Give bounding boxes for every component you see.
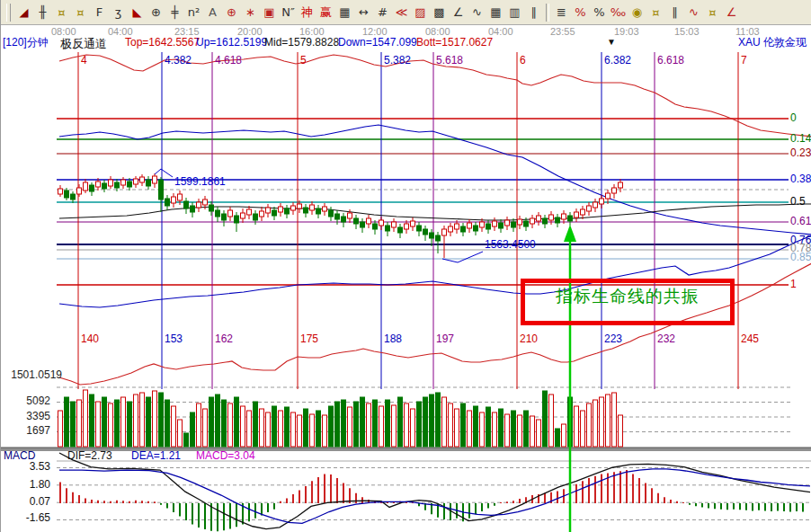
fib-section-label: 7 <box>741 55 747 66</box>
fib-section-label: 4 <box>81 55 87 66</box>
fib-section-label: 5 <box>300 55 307 66</box>
price-callout: 1563.4500 <box>485 239 536 251</box>
channel-mid-value: Mid=1579.8828 <box>264 37 339 49</box>
bar-count-label: 197 <box>436 333 454 345</box>
fib-section-label: 4.618 <box>215 55 242 66</box>
bar-count-label: 232 <box>657 333 675 345</box>
fib-section-label: 5.382 <box>384 55 411 66</box>
channel-bott-value: Bott=1517.0627 <box>416 37 493 49</box>
bar-count-label: 175 <box>300 333 318 345</box>
macd-scale-label: 1.80 <box>3 479 50 491</box>
bar-count-label: 140 <box>81 333 99 345</box>
fib-level-label: 1 <box>790 279 797 290</box>
volume-scale-label: 5092 <box>3 395 50 407</box>
time-label: 15:03 <box>674 26 700 37</box>
macd-scale-label: 0.07 <box>3 496 50 508</box>
time-label: 08:00 <box>51 26 76 37</box>
fib-section-label: 5.618 <box>436 55 463 66</box>
symbol-name-label[interactable]: XAU 伦敦金现 <box>738 37 807 49</box>
macd-dif-value: DIF=2.73 <box>67 450 112 462</box>
indicator-name-label[interactable]: 极反通道 <box>60 38 107 50</box>
macd-dea-value: DEA=1.21 <box>131 450 181 462</box>
time-label: 23:55 <box>550 26 575 37</box>
bar-count-label: 153 <box>165 333 183 345</box>
trading-app-window: ◢╫¤¤Fʒ◣⊕╪n²A⊕∗▣N″神赢▦↔#≪▨▩∠∿▦▥∥≣%%‰◉¤‖∿¤∠… <box>0 0 811 532</box>
bar-count-label: 223 <box>604 333 622 345</box>
fib-level-label: 0.382 <box>790 173 811 185</box>
volume-scale-label: 1697 <box>3 425 50 437</box>
fib-level-label: 0.854 <box>790 252 811 263</box>
fib-level-label: 0.618 <box>790 216 811 227</box>
bar-count-label: 162 <box>215 333 233 345</box>
channel-down-value: Down=1547.099 <box>338 37 417 49</box>
fib-section-label: 4.382 <box>165 55 192 66</box>
channel-top-value: Top=1642.5567 <box>125 37 200 49</box>
marker-triangle-icon: ▼ <box>607 37 616 47</box>
macd-scale-label: 3.53 <box>3 461 50 473</box>
volume-scale-label: 3395 <box>3 411 50 422</box>
price-scale-label: 1501.0519 <box>3 369 62 381</box>
fib-level-label: 0.5 <box>790 196 806 208</box>
fib-level-label: 0 <box>790 112 797 124</box>
fib-section-label: 6.618 <box>657 55 684 66</box>
macd-title: MACD <box>4 450 35 462</box>
time-label: 19:03 <box>614 26 639 37</box>
channel-up-value: Up=1612.5199 <box>196 37 267 49</box>
bar-count-label: 188 <box>384 333 402 345</box>
chart-period-label[interactable]: [120]分钟 <box>3 37 49 49</box>
bar-count-label: 245 <box>741 333 759 345</box>
bar-count-label: 210 <box>520 333 538 345</box>
macd-scale-label: -1.65 <box>3 512 50 524</box>
macd-macd-value: MACD=3.04 <box>196 450 255 462</box>
fib-level-label: 0.146 <box>790 133 811 145</box>
fib-level-label: 0.236 <box>790 147 811 159</box>
fib-section-label: 6 <box>520 55 526 66</box>
annotation-text: 指标生命线的共振 <box>521 288 735 306</box>
price-callout: 1599.1861 <box>174 176 226 188</box>
chart-canvas[interactable] <box>1 0 811 532</box>
fib-section-label: 6.382 <box>604 55 631 66</box>
